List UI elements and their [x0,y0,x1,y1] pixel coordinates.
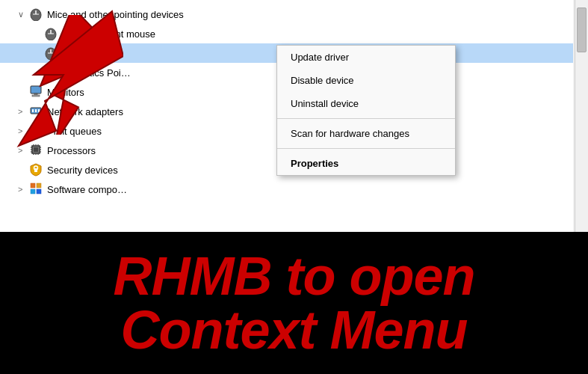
svg-marker-44 [19,11,123,146]
bottom-text-area: RHMB to open Context Menu [0,232,588,374]
update-driver-label: Update driver [291,52,349,63]
instruction-line-1: RHMB to open [114,249,475,303]
context-menu-separator-1 [277,118,455,119]
security-label: Security devices [47,165,118,176]
svg-rect-39 [31,183,35,188]
properties-label: Properties [291,158,338,169]
software-label: Software compo… [47,184,127,195]
expand-icon-software: > [18,185,30,194]
scrollbar-thumb[interactable] [577,7,587,52]
disable-device-label: Disable device [291,75,354,86]
software-icon [30,183,43,196]
svg-rect-40 [37,183,41,188]
scrollbar[interactable] [575,0,588,234]
red-arrow-big [4,7,123,157]
context-menu-separator-2 [277,148,455,149]
svg-rect-42 [37,189,41,194]
context-menu-scan-changes[interactable]: Scan for hardware changes [277,122,455,145]
instruction-line-2: Context Menu [121,303,468,357]
context-menu-uninstall-device[interactable]: Uninstall device [277,92,455,115]
uninstall-device-label: Uninstall device [291,98,359,109]
context-menu-update-driver[interactable]: Update driver [277,46,455,69]
context-menu-properties[interactable]: Properties [277,152,455,175]
tree-item-software[interactable]: > Software compo… [0,180,573,199]
svg-rect-41 [31,189,35,194]
context-menu-disable-device[interactable]: Disable device [277,69,455,92]
security-icon [30,163,43,177]
scan-changes-label: Scan for hardware changes [291,128,409,139]
context-menu: Update driver Disable device Uninstall d… [276,45,456,176]
